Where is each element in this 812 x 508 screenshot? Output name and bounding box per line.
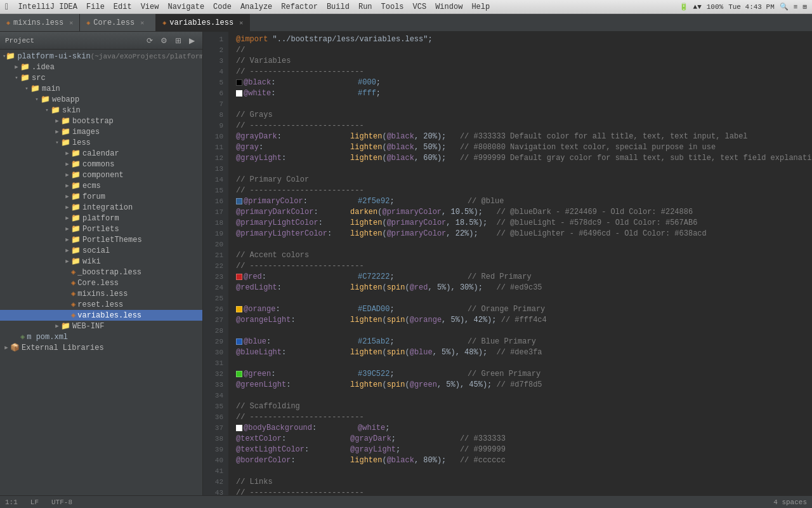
status-bar: 1:1 LF UTF-8 4 spaces <box>0 495 812 508</box>
menu-run[interactable]: Run <box>358 3 372 11</box>
folder-icon: 📁 <box>71 213 81 223</box>
tree-item-integration[interactable]: ▶ 📁 integration <box>0 202 202 213</box>
tree-item-commons[interactable]: ▶ 📁 commons <box>0 159 202 170</box>
tree-item-component[interactable]: ▶ 📁 component <box>0 170 202 180</box>
menu-refactor[interactable]: Refactor <box>281 3 318 11</box>
menu-code[interactable]: Code <box>213 3 232 11</box>
tree-item-idea[interactable]: ▶ 📁 .idea <box>0 62 202 72</box>
menu-navigate[interactable]: Navigate <box>167 3 204 11</box>
tree-item-webinf[interactable]: ▶ 📁 WEB-INF <box>0 321 202 331</box>
menu-edit[interactable]: Edit <box>114 3 132 11</box>
tree-label-idea: .idea <box>32 63 55 72</box>
folder-icon: 📁 <box>71 235 81 244</box>
apple-menu[interactable]:  <box>5 2 10 12</box>
tree-item-pom[interactable]: ▶ ◈ m pom.xml <box>0 331 202 342</box>
tree-item-bootstrap[interactable]: ▶ 📁 bootstrap <box>0 116 202 126</box>
sync-button[interactable]: ⟳ <box>144 35 155 46</box>
less-file-icon: ◈ <box>71 267 75 277</box>
charset: UTF-8 <box>51 498 72 506</box>
folder-icon: 📁 <box>71 149 81 158</box>
menu-intellij[interactable]: IntelliJ IDEA <box>18 3 77 11</box>
tree-label-external-libs: External Libraries <box>22 344 104 352</box>
tree-label-main: main <box>42 84 60 93</box>
tree-item-mixins-less[interactable]: ▶ ◈ mixins.less <box>0 288 202 299</box>
tab-bar: ◈ mixins.less ✕ ◈ Core.less ✕ ◈ variable… <box>0 14 812 32</box>
tree-item-src[interactable]: ▾ 📁 src <box>0 72 202 83</box>
tree-item-bootstrap-less[interactable]: ▶ ◈ _boostrap.less <box>0 267 202 277</box>
folder-icon: 📁 <box>41 95 50 104</box>
tree-root: ▾ 📁 platform-ui-skin (~java/eXoProjects/… <box>0 50 202 353</box>
folder-icon: 📁 <box>61 321 70 331</box>
tab-core-close[interactable]: ✕ <box>140 19 144 27</box>
gear-button[interactable]: ⚙ <box>158 35 170 46</box>
code-editor[interactable]: 1234567891011121314151617181920212223242… <box>203 32 812 495</box>
titlebar:  IntelliJ IDEA File Edit View Navigate … <box>0 0 812 14</box>
tree-label-platform: platform <box>82 214 119 223</box>
less-file-icon: ◈ <box>71 300 75 309</box>
spotlight-icon[interactable]: 🔍 <box>780 3 789 11</box>
tree-label-skin: skin <box>62 106 81 115</box>
menu-file[interactable]: File <box>86 3 105 11</box>
tree-item-less[interactable]: ▾ 📁 less <box>0 137 202 148</box>
tree-item-root[interactable]: ▾ 📁 platform-ui-skin (~java/eXoProjects/… <box>0 51 202 62</box>
folder-icon: 📁 <box>51 105 60 115</box>
ext-lib-icon: 📦 <box>10 343 20 352</box>
tree-label-variables-less: variables.less <box>77 311 141 320</box>
tree-item-skin[interactable]: ▾ 📁 skin <box>0 105 202 116</box>
tab-mixins-close[interactable]: ✕ <box>69 19 73 27</box>
tab-variables-close[interactable]: ✕ <box>239 19 243 27</box>
project-root-icon: 📁 <box>6 51 15 61</box>
menu-view[interactable]: View <box>141 3 159 11</box>
tree-label-social: social <box>82 246 110 255</box>
menu-tools[interactable]: Tools <box>381 3 404 11</box>
tree-item-forum[interactable]: ▶ 📁 forum <box>0 191 202 202</box>
tree-label-images: images <box>72 128 100 137</box>
menu-vcs[interactable]: VCS <box>413 3 427 11</box>
tab-mixins[interactable]: ◈ mixins.less ✕ <box>0 14 80 31</box>
tree-item-variables-less[interactable]: ▶ ◈ variables.less <box>0 310 202 321</box>
tree-item-main[interactable]: ▾ 📁 main <box>0 83 202 94</box>
tree-item-social[interactable]: ▶ 📁 social <box>0 245 202 256</box>
folder-icon: 📁 <box>71 246 81 255</box>
tree-item-portlets[interactable]: ▶ 📁 Portlets <box>0 224 202 234</box>
folder-icon: 📁 <box>71 159 81 169</box>
tree-item-wiki[interactable]: ▶ 📁 wiki <box>0 256 202 267</box>
tree-item-core-less[interactable]: ▶ ◈ Core.less <box>0 277 202 288</box>
tree-label-pom: m pom.xml <box>27 333 68 342</box>
tab-variables[interactable]: ◈ variables.less ✕ <box>156 14 250 31</box>
tree-item-portletthemes[interactable]: ▶ 📁 PortletThemes <box>0 234 202 245</box>
tree-label-reset-less: reset.less <box>77 300 123 309</box>
tab-core[interactable]: ◈ Core.less ✕ <box>80 14 156 31</box>
tree-label-bootstrap: bootstrap <box>72 117 114 126</box>
tree-path: (~java/eXoProjects/platform... <box>91 53 203 60</box>
line-numbers: 1234567891011121314151617181920212223242… <box>203 32 228 495</box>
tree-label-bootstrap-less: _boostrap.less <box>77 268 141 277</box>
menu-build[interactable]: Build <box>327 3 350 11</box>
tree-item-platform[interactable]: ▶ 📁 platform <box>0 213 202 224</box>
wifi-icon: ▲▼ <box>693 3 702 11</box>
menu-analyze[interactable]: Analyze <box>240 3 272 11</box>
code-content[interactable]: @import "../bootstrap/less/variables.les… <box>228 32 812 495</box>
folder-icon: 📁 <box>20 73 30 83</box>
tree-item-reset-less[interactable]: ▶ ◈ reset.less <box>0 299 202 310</box>
sidebar-toolbar: Project ⟳ ⚙ ⊞ ▶ <box>0 32 202 50</box>
tree-label-component: component <box>82 171 124 180</box>
folder-icon: 📁 <box>71 257 81 266</box>
notification-icon[interactable]: ≡ <box>794 3 798 11</box>
collapse-button[interactable]: ▶ <box>187 35 197 46</box>
fullscreen-icon[interactable]: ⊞ <box>802 3 807 11</box>
tree-item-images[interactable]: ▶ 📁 images <box>0 126 202 137</box>
folder-icon: 📁 <box>71 203 81 212</box>
project-label: Project <box>5 37 34 44</box>
menu-help[interactable]: Help <box>471 3 490 11</box>
folder-icon: 📁 <box>61 127 70 137</box>
tree-item-ecms[interactable]: ▶ 📁 ecms <box>0 180 202 191</box>
menu-window[interactable]: Window <box>435 3 462 11</box>
tree-label-wiki: wiki <box>82 257 101 266</box>
tree-item-external-libs[interactable]: ▶ 📦 External Libraries <box>0 342 202 353</box>
tree-item-calendar[interactable]: ▶ 📁 calendar <box>0 148 202 159</box>
tree-label-integration: integration <box>82 203 133 212</box>
expand-button[interactable]: ⊞ <box>173 35 184 46</box>
tree-item-webapp[interactable]: ▾ 📁 webapp <box>0 94 202 105</box>
tab-variables-label: variables.less <box>169 18 233 27</box>
